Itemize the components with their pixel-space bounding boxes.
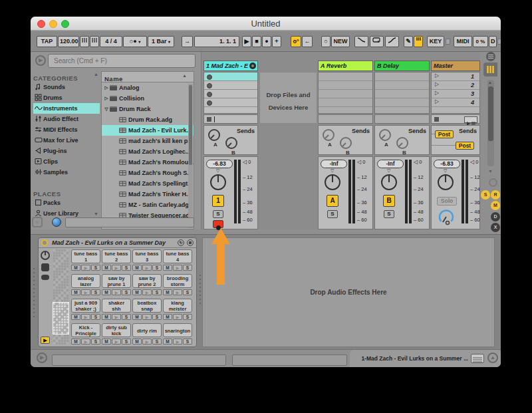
add-button[interactable]: + [272, 36, 281, 47]
pad-mute-button[interactable]: M [71, 289, 80, 295]
returns-toggle[interactable]: R [491, 190, 500, 200]
scroll-up-icon[interactable]: ▲ [488, 80, 492, 84]
pad-overview-grid[interactable] [53, 249, 70, 346]
track-activator-button[interactable]: 1 [212, 195, 224, 207]
computer-midi-keyboard-button[interactable] [414, 36, 423, 47]
send-a-knob[interactable] [379, 129, 391, 141]
drum-pad[interactable]: dirty rim [132, 323, 162, 337]
file-item[interactable]: ▷Analog [102, 82, 194, 93]
session-scrollbar[interactable]: ▲ [487, 80, 494, 166]
pad-play-icon[interactable]: ▶ [142, 314, 152, 320]
disclosure-icon[interactable]: ▷ [103, 96, 110, 101]
tempo-field[interactable]: 120.00 [58, 36, 79, 47]
file-item[interactable]: Drum Rack.adg [102, 114, 194, 125]
pad-solo-button[interactable]: S [152, 265, 162, 271]
mixer-tab[interactable] [483, 63, 497, 76]
preview-headphone-icon[interactable] [52, 217, 61, 227]
return-slot[interactable] [375, 90, 429, 98]
quantize-menu[interactable]: 1 Bar ▾ [148, 36, 174, 47]
crossfader-toggle[interactable]: X [491, 223, 500, 232]
device-on-icon[interactable] [41, 239, 48, 246]
pad-play-icon[interactable]: ▶ [81, 265, 90, 271]
pad-mute-button[interactable]: M [132, 265, 142, 271]
file-item[interactable]: Mad Zach's Romulou... [102, 157, 194, 168]
fade-automation-icon[interactable] [354, 36, 368, 47]
track-activator-button[interactable]: A [327, 195, 338, 207]
disclosure-icon[interactable]: ▷ [103, 85, 110, 90]
file-item[interactable]: Mad Zach's Spellingt... [102, 178, 194, 189]
clip-stop-icon[interactable] [207, 83, 212, 88]
session-overdub-button[interactable]: o° [291, 36, 301, 47]
draw-mode-button[interactable]: ✎ [404, 36, 413, 47]
chain-view-icon[interactable] [41, 275, 49, 280]
file-item[interactable]: Mad Zach - Evil Lurk... [102, 125, 194, 136]
pad-play-icon[interactable]: ▶ [81, 339, 90, 344]
pad-solo-button[interactable]: S [122, 289, 131, 295]
pad-play-icon[interactable]: ▶ [142, 339, 152, 344]
sidebar-item-drums[interactable]: Drums [33, 92, 100, 103]
return-header-a[interactable]: A Reverb [318, 61, 373, 71]
scene-play-icon[interactable]: ▷ [435, 90, 439, 96]
pad-play-icon[interactable]: ▶ [81, 289, 90, 295]
pad-play-icon[interactable]: ▶ [142, 289, 152, 295]
pan-knob[interactable] [210, 174, 226, 190]
file-item[interactable]: mad zach's kill ken p... [102, 136, 194, 146]
sort-arrow-icon[interactable]: ▲ [182, 73, 187, 78]
key-map-button[interactable]: KEY [427, 36, 444, 47]
clip-stop-all-icon[interactable] [434, 117, 439, 122]
track-activator-button[interactable]: B [383, 195, 395, 207]
nudge-up-button[interactable] [90, 36, 99, 47]
arm-record-button[interactable] [213, 220, 223, 228]
loop-automation-icon[interactable] [370, 36, 384, 47]
pad-solo-button[interactable]: S [91, 314, 100, 320]
drop-audio-effects-zone[interactable]: Drop Audio Effects Here [202, 237, 495, 347]
pad-mute-button[interactable]: M [163, 314, 172, 320]
device-io-button[interactable]: ▶ [41, 337, 50, 344]
pad-mute-button[interactable]: M [102, 289, 111, 295]
return-slot[interactable] [375, 98, 429, 107]
solo-button[interactable]: S [384, 210, 394, 218]
scene-play-icon[interactable]: ▷ [435, 98, 439, 104]
send-b-knob[interactable] [340, 137, 352, 149]
file-item[interactable]: ▽Drum Rack [102, 104, 194, 114]
post-button-a[interactable]: Post [435, 130, 454, 138]
ramp-automation-icon[interactable] [385, 36, 399, 47]
sidebar-item-packs[interactable]: Packs [33, 198, 100, 208]
volume-value[interactable]: -6.83 [434, 160, 460, 168]
master-stop-row[interactable] [431, 114, 480, 124]
pad-mute-button[interactable]: M [71, 314, 80, 320]
drum-pad[interactable]: broodingstorm [163, 274, 192, 288]
pad-play-icon[interactable]: ▶ [173, 339, 182, 344]
device-titlebar[interactable]: Mad Zach - Evil Lurks on a Summer Day ↻ [39, 238, 196, 248]
pad-play-icon[interactable]: ▶ [173, 314, 182, 320]
overview-toggle-icon[interactable] [486, 52, 495, 61]
drum-pad[interactable]: beatboxsnap [132, 299, 162, 313]
drum-pad[interactable]: just a 909shaker ;) [71, 299, 100, 313]
clip-stop-icon[interactable] [207, 74, 212, 80]
device-splitter-handle[interactable] [199, 275, 201, 308]
return-header-b[interactable]: B Delay [374, 61, 430, 71]
deck-drag-handle[interactable] [33, 268, 35, 318]
drum-pad[interactable]: shakershh [102, 299, 131, 313]
drum-pad[interactable]: analoglazer [71, 274, 100, 288]
sidebar-item-audio-effect[interactable]: Audio Effect [33, 114, 100, 124]
drum-pad[interactable]: tune bass2 [102, 249, 131, 263]
post-button-b[interactable]: Post [456, 142, 474, 150]
pad-mute-button[interactable]: M [102, 314, 111, 320]
clip-stop-all-icon[interactable] [207, 117, 211, 122]
pad-play-icon[interactable]: ▶ [173, 265, 182, 271]
file-item[interactable]: Mad Zach's Logihec... [102, 146, 194, 157]
pad-mute-button[interactable]: M [71, 339, 80, 344]
pan-knob[interactable] [381, 174, 397, 190]
pad-solo-button[interactable]: S [183, 265, 192, 271]
send-b-knob[interactable] [225, 137, 237, 149]
save-preset-icon[interactable] [187, 239, 194, 246]
scene-slot[interactable]: ▷1 [432, 72, 479, 81]
scene-play-icon[interactable]: ▷ [435, 81, 439, 87]
volume-value[interactable]: -Inf [377, 160, 404, 168]
volume-value[interactable]: -Inf [321, 160, 347, 168]
metronome-button[interactable]: ○● ▾ [123, 36, 147, 47]
return-slot[interactable] [319, 72, 372, 81]
pad-play-icon[interactable]: ▶ [112, 289, 121, 295]
file-item[interactable]: Mad Zach's Rough S... [102, 168, 194, 178]
